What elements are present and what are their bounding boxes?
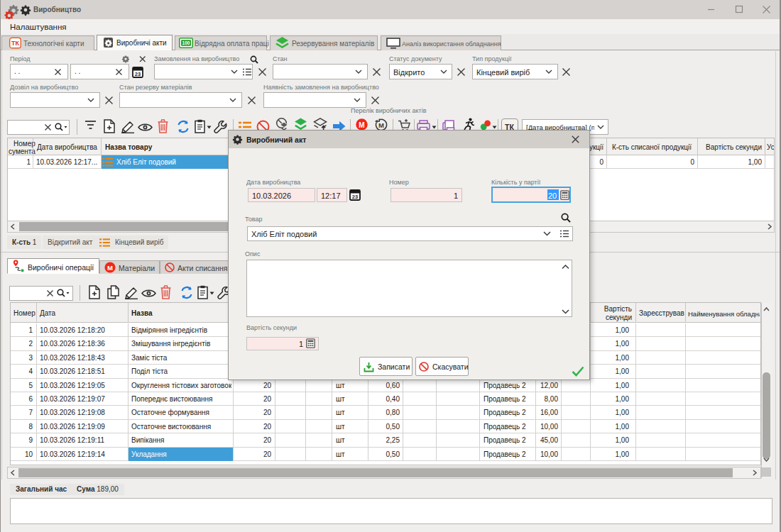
svg-text:23: 23 bbox=[135, 71, 141, 77]
svg-text:M: M bbox=[378, 121, 384, 129]
svg-text:M: M bbox=[359, 121, 364, 129]
svg-text:ТК: ТК bbox=[11, 40, 19, 47]
svg-text:23: 23 bbox=[352, 194, 358, 200]
svg-text:M: M bbox=[107, 264, 113, 272]
svg-text:100: 100 bbox=[182, 40, 190, 45]
